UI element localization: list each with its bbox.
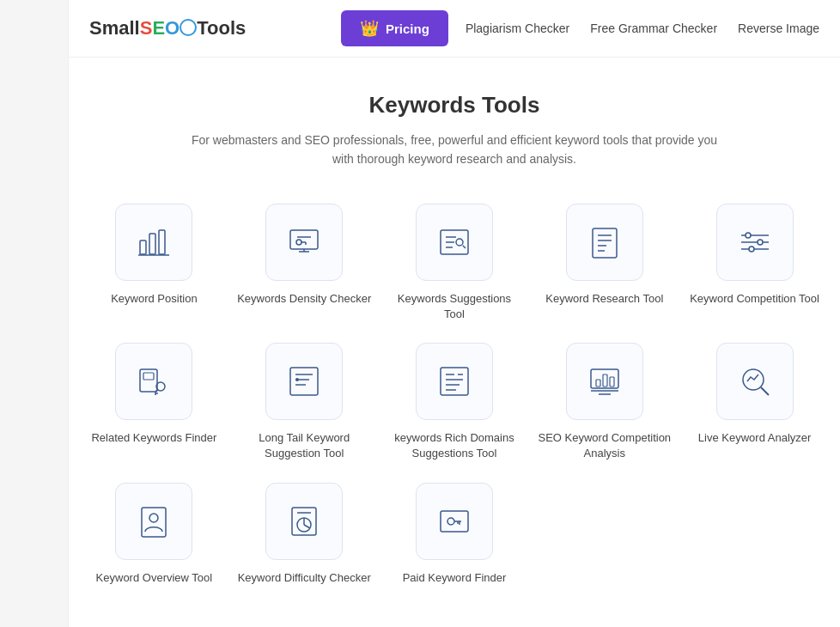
svg-point-41 — [295, 378, 299, 381]
tool-label-live-keyword-analyzer: Live Keyword Analyzer — [698, 430, 812, 446]
logo-tools: Tools — [197, 17, 246, 39]
main-content: Keywords Tools For webmasters and SEO pr… — [69, 58, 840, 627]
tool-card-keyword-position[interactable]: Keyword Position — [86, 204, 222, 322]
tool-label-keyword-difficulty-checker: Keyword Difficulty Checker — [238, 570, 371, 586]
svg-rect-1 — [149, 234, 155, 254]
tool-icon-long-tail-keyword-suggestion — [265, 343, 343, 420]
header: SmallSEOTools 👑 Pricing Plagiarism Check… — [69, 0, 840, 58]
tool-card-keyword-competition-tool[interactable]: Keyword Competition Tool — [686, 204, 823, 322]
tool-label-paid-keyword-finder: Paid Keyword Finder — [403, 570, 507, 586]
nav-plagiarism[interactable]: Plagiarism Checker — [466, 21, 569, 35]
tool-card-seo-keyword-competition-analysis[interactable]: SEO Keyword Competition Analysis — [536, 343, 673, 461]
svg-line-61 — [304, 525, 310, 528]
tool-card-keyword-overview-tool[interactable]: Keyword Overview Tool — [86, 483, 222, 586]
tool-card-live-keyword-analyzer[interactable]: Live Keyword Analyzer — [686, 343, 823, 461]
tool-label-keywords-suggestions-tool: Keywords Suggestions Tool — [387, 291, 523, 322]
svg-rect-4 — [290, 230, 318, 249]
tool-label-keyword-overview-tool: Keyword Overview Tool — [96, 570, 213, 586]
svg-rect-0 — [140, 240, 146, 254]
left-sidebar — [0, 0, 69, 627]
tools-grid: Keyword Position Keywords Density Checke… — [86, 204, 823, 586]
tool-icon-keywords-suggestions-tool — [416, 204, 493, 281]
svg-rect-42 — [441, 368, 468, 395]
site-logo[interactable]: SmallSEOTools — [89, 17, 246, 40]
svg-rect-32 — [143, 373, 154, 380]
svg-point-64 — [447, 518, 454, 525]
tool-label-keywords-density-checker: Keywords Density Checker — [237, 291, 371, 307]
tool-icon-keyword-difficulty-checker — [265, 483, 343, 560]
nav-reverse[interactable]: Reverse Image — [738, 21, 819, 35]
nav-grammar[interactable]: Free Grammar Checker — [590, 21, 717, 35]
svg-rect-51 — [610, 377, 614, 387]
tool-card-keyword-difficulty-checker[interactable]: Keyword Difficulty Checker — [236, 483, 373, 586]
crown-icon: 👑 — [360, 19, 379, 38]
svg-rect-2 — [159, 230, 165, 254]
svg-rect-17 — [593, 228, 617, 258]
tool-icon-related-keywords-finder — [115, 343, 192, 420]
svg-line-15 — [463, 246, 466, 248]
tool-icon-keyword-overview-tool — [115, 483, 192, 560]
logo-e: E — [152, 17, 165, 39]
svg-line-34 — [155, 389, 158, 392]
svg-line-55 — [761, 387, 769, 395]
logo-o: O — [165, 17, 180, 39]
tool-icon-keyword-research-tool — [566, 204, 643, 281]
svg-rect-50 — [603, 374, 607, 387]
logo-small: Small — [89, 17, 140, 39]
svg-point-14 — [456, 239, 463, 246]
pricing-label: Pricing — [386, 21, 429, 36]
svg-rect-49 — [596, 380, 600, 387]
tool-card-keywords-suggestions-tool[interactable]: Keywords Suggestions Tool — [387, 204, 523, 322]
tool-icon-paid-keyword-finder — [416, 483, 493, 560]
svg-rect-37 — [290, 368, 318, 395]
svg-point-22 — [746, 233, 751, 238]
tool-card-keywords-density-checker[interactable]: Keywords Density Checker — [236, 204, 373, 322]
tool-card-keywords-rich-domains[interactable]: keywords Rich Domains Suggestions Tool — [387, 343, 523, 461]
tool-label-seo-keyword-competition-analysis: SEO Keyword Competition Analysis — [536, 430, 673, 461]
tool-label-keyword-research-tool: Keyword Research Tool — [545, 291, 663, 307]
svg-point-57 — [149, 514, 158, 522]
pricing-button[interactable]: 👑 Pricing — [341, 10, 448, 46]
logo-s: S — [140, 17, 153, 39]
tool-card-related-keywords-finder[interactable]: Related Keywords Finder — [86, 343, 222, 461]
tool-label-long-tail-keyword-suggestion: Long Tail Keyword Suggestion Tool — [236, 430, 373, 461]
svg-point-6 — [296, 240, 301, 245]
tool-icon-keywords-rich-domains — [416, 343, 493, 420]
tool-label-keywords-rich-domains: keywords Rich Domains Suggestions Tool — [387, 430, 523, 461]
tool-label-keyword-competition-tool: Keyword Competition Tool — [690, 291, 819, 307]
tool-label-keyword-position: Keyword Position — [111, 291, 197, 307]
tool-icon-keywords-density-checker — [265, 204, 343, 281]
tool-icon-seo-keyword-competition-analysis — [566, 343, 643, 420]
tool-icon-live-keyword-analyzer — [716, 343, 794, 420]
tool-label-related-keywords-finder: Related Keywords Finder — [91, 430, 216, 446]
tool-icon-keyword-position — [115, 204, 192, 281]
page-title: Keywords Tools — [86, 92, 823, 119]
tool-card-long-tail-keyword-suggestion[interactable]: Long Tail Keyword Suggestion Tool — [236, 343, 373, 461]
nav-links: Plagiarism Checker Free Grammar Checker … — [466, 21, 819, 35]
svg-point-25 — [758, 240, 763, 245]
svg-point-28 — [749, 247, 754, 252]
tool-icon-keyword-competition-tool — [716, 204, 794, 281]
page-subtitle: For webmasters and SEO professionals, fr… — [180, 131, 729, 169]
logo-circle — [180, 19, 197, 36]
tool-card-keyword-research-tool[interactable]: Keyword Research Tool — [536, 204, 673, 322]
tool-card-paid-keyword-finder[interactable]: Paid Keyword Finder — [387, 483, 523, 586]
